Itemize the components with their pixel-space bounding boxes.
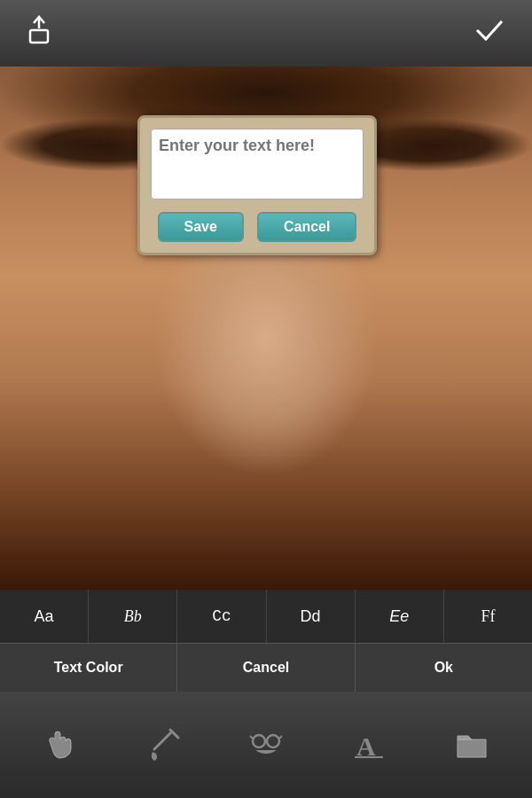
svg-line-7 bbox=[250, 736, 253, 739]
folder-icon bbox=[454, 727, 489, 763]
svg-line-2 bbox=[154, 732, 172, 749]
save-button[interactable]: Save bbox=[158, 212, 244, 242]
text-tool[interactable]: A bbox=[338, 714, 400, 776]
bottom-toolbar: A bbox=[0, 692, 532, 798]
folder-tool[interactable] bbox=[441, 714, 503, 776]
text-input[interactable] bbox=[151, 129, 364, 200]
svg-rect-0 bbox=[30, 30, 48, 43]
brush-icon bbox=[145, 727, 181, 763]
export-button[interactable] bbox=[27, 14, 59, 52]
font-option-bb[interactable]: Bb bbox=[89, 590, 177, 643]
hand-tool[interactable] bbox=[29, 714, 91, 776]
ok-button[interactable]: Ok bbox=[356, 644, 532, 692]
font-option-aa[interactable]: Aa bbox=[0, 590, 89, 643]
font-option-cc[interactable]: Cc bbox=[177, 590, 266, 643]
glasses-tool[interactable] bbox=[235, 714, 297, 776]
text-icon: A bbox=[351, 727, 387, 763]
font-option-ee[interactable]: Ee bbox=[356, 590, 444, 643]
action-row: Text Color Cancel Ok bbox=[0, 643, 532, 692]
text-color-button[interactable]: Text Color bbox=[0, 644, 177, 692]
cancel-button[interactable]: Cancel bbox=[257, 212, 356, 242]
svg-line-8 bbox=[279, 736, 282, 739]
cancel-action-button[interactable]: Cancel bbox=[177, 644, 355, 692]
hand-icon bbox=[43, 727, 78, 763]
font-option-dd[interactable]: Dd bbox=[267, 590, 356, 643]
glasses-icon bbox=[248, 727, 284, 763]
dialog-buttons: Save Cancel bbox=[151, 212, 364, 242]
text-dialog: Save Cancel bbox=[137, 115, 377, 255]
font-option-ff[interactable]: Ff bbox=[444, 590, 532, 643]
confirm-button[interactable] bbox=[473, 14, 505, 52]
font-selector: Aa Bb Cc Dd Ee Ff bbox=[0, 590, 532, 643]
top-toolbar bbox=[0, 0, 532, 66]
photo-area: Save Cancel bbox=[0, 66, 532, 590]
svg-point-4 bbox=[253, 735, 265, 747]
brush-tool[interactable] bbox=[132, 714, 194, 776]
svg-point-5 bbox=[267, 735, 279, 747]
